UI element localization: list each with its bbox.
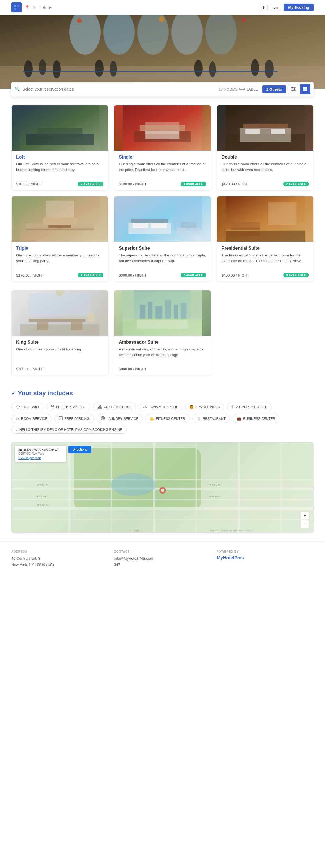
wifi-icon xyxy=(16,405,20,409)
svg-rect-60 xyxy=(132,223,148,228)
amenity-room-service-label: ROOM SERVICE xyxy=(21,417,47,421)
amenity-laundry-label: LAUNDRY SERVICE xyxy=(107,417,139,421)
amenity-breakfast-label: FREE BREAKFAST xyxy=(56,405,86,409)
svg-text:Google: Google xyxy=(130,529,140,532)
youtube-icon[interactable]: ▶ xyxy=(49,5,52,10)
amenities-list: FREE WIFI FREE BREAKFAST 24/7 CONCIERGE … xyxy=(11,403,314,434)
amenity-spa-label: SPA SERVICES xyxy=(196,405,220,409)
svg-rect-82 xyxy=(123,290,134,321)
amenity-fitness-label: FITNESS CENTER xyxy=(156,417,185,421)
svg-text:W 57th St: W 57th St xyxy=(37,504,49,506)
room-card-superior[interactable]: Superior Suite The superior suite offers… xyxy=(114,196,211,282)
room-body: Presidential Suite The Presidential Suit… xyxy=(217,242,314,271)
guests-button[interactable]: 2 Guests xyxy=(262,86,286,93)
search-bar: 🔍 17 ROOMS AVAILABLE 2 Guests xyxy=(11,82,314,97)
amenity-breakfast: FREE BREAKFAST xyxy=(46,403,90,411)
stay-includes-section: ✓ Your stay includes FREE WIFI FREE BREA… xyxy=(0,381,325,442)
svg-rect-111 xyxy=(280,442,282,532)
svg-rect-91 xyxy=(51,406,54,408)
amenity-concierge-label: 24/7 CONCIERGE xyxy=(104,405,132,409)
room-availability: 2 AVAILABLE xyxy=(181,273,206,277)
room-availability: 2 AVAILABLE xyxy=(283,182,309,186)
svg-rect-37 xyxy=(37,128,83,136)
svg-rect-79 xyxy=(88,313,94,321)
map-plus-code: Q28F+3Q New York xyxy=(19,452,63,455)
room-price: $400.00 / NIGHT xyxy=(221,273,249,277)
my-booking-button[interactable]: My Booking xyxy=(284,4,314,11)
svg-rect-63 xyxy=(191,228,201,235)
amenity-room-service: 🍽 ROOM SERVICE xyxy=(11,414,52,423)
room-name: King Suite xyxy=(16,340,104,345)
map-directions-button[interactable]: Directions xyxy=(68,446,91,453)
room-card-double[interactable]: Double Our double room offers all the co… xyxy=(217,105,314,190)
room-card-king[interactable]: King Suite One of our finest rooms, it's… xyxy=(11,290,108,375)
powered-label: POWERED BY xyxy=(217,550,314,553)
room-footer: $100.00 / NIGHT 4 AVAILABLE xyxy=(114,180,210,190)
powered-brand-link[interactable]: MyHotelPms xyxy=(217,555,314,561)
language-button[interactable]: en xyxy=(271,4,281,11)
empty-grid-cell xyxy=(217,290,314,375)
room-service-icon: 🍽 xyxy=(16,416,19,421)
amenity-shuttle: ✈ AIRPORT SHUTTLE xyxy=(227,403,272,411)
rooms-grid-row3: King Suite One of our finest rooms, it's… xyxy=(0,290,325,381)
room-body: Superior Suite The superior suite offers… xyxy=(114,242,210,271)
map-view-larger-link[interactable]: View larger map xyxy=(19,456,63,460)
room-image-presidential xyxy=(217,196,314,242)
svg-rect-77 xyxy=(29,293,91,316)
map-container[interactable]: W 57th St W 57th St 57 Street E 56th St … xyxy=(11,442,314,533)
stay-title-text: Your stay includes xyxy=(18,390,73,397)
room-card-presidential[interactable]: Presidential Suite The Presidential Suit… xyxy=(217,196,314,282)
amenity-restaurant: 🍴 RESTAURANT xyxy=(193,414,230,423)
svg-rect-3 xyxy=(17,8,19,10)
svg-text:5 Avenue: 5 Avenue xyxy=(210,495,220,498)
svg-rect-32 xyxy=(305,87,307,89)
room-name: Ambassador Suite xyxy=(119,340,206,345)
svg-rect-58 xyxy=(131,219,168,222)
room-availability: 4 AVAILABLE xyxy=(181,182,206,186)
filter-button[interactable] xyxy=(288,84,298,94)
room-availability: 3 AVAILABLE xyxy=(283,273,309,277)
room-footer: $70.00 / NIGHT 2 AVAILABLE xyxy=(11,180,108,190)
svg-rect-41 xyxy=(140,125,185,131)
hero-overlay xyxy=(0,15,325,89)
svg-rect-76 xyxy=(71,321,83,330)
amenity-concierge: 24/7 CONCIERGE xyxy=(93,403,136,411)
search-input[interactable] xyxy=(22,87,219,91)
map-zoom-out-button[interactable]: − xyxy=(301,520,309,528)
svg-rect-47 xyxy=(245,128,260,134)
room-card-loft[interactable]: Loft Our Loft Suite is the pefect room f… xyxy=(11,105,108,190)
twitter-icon[interactable]: 𝕏 xyxy=(33,5,36,10)
room-card-ambassador[interactable]: Ambassador Suite A magnificent view of t… xyxy=(114,290,211,375)
spa-icon: 💆 xyxy=(189,405,194,409)
demo-notice-text: ✓ HELLO THIS IS A DEMO OF HOTELPMS.COM B… xyxy=(16,428,122,432)
currency-button[interactable]: $ xyxy=(260,4,268,11)
amenity-parking-label: FREE PARKING xyxy=(64,417,89,421)
amenity-business: 💼 BUSINESS CENTER xyxy=(233,414,279,423)
room-body: Loft Our Loft Suite is the pefect room f… xyxy=(11,151,108,180)
amenity-wifi-label: FREE WIFI xyxy=(22,405,39,409)
map-coordinates: 40°45'54.8"N 73°58'32.0"W xyxy=(19,448,63,452)
svg-rect-34 xyxy=(305,89,307,91)
room-name: Single xyxy=(119,155,206,160)
svg-point-92 xyxy=(98,407,102,408)
instagram-icon[interactable]: ◉ xyxy=(42,5,46,10)
facebook-icon[interactable]: f xyxy=(38,5,40,10)
map-zoom-in-button[interactable]: + xyxy=(301,512,309,520)
room-description: One of our finest rooms, it's fit for a … xyxy=(16,346,104,361)
svg-rect-88 xyxy=(165,300,171,319)
room-body: Ambassador Suite A magnificent view of t… xyxy=(114,336,210,365)
room-card-single[interactable]: Single Our single room offers all the co… xyxy=(114,105,211,190)
room-price: $100.00 / NIGHT xyxy=(119,182,147,186)
svg-point-112 xyxy=(111,473,156,496)
room-description: The Presidential Suite is the perfect ro… xyxy=(221,252,309,267)
room-body: King Suite One of our finest rooms, it's… xyxy=(11,336,108,365)
amenity-restaurant-label: RESTAURANT xyxy=(203,417,226,421)
amenity-laundry: LAUNDRY SERVICE xyxy=(97,414,143,423)
grid-view-button[interactable] xyxy=(300,84,310,94)
svg-rect-73 xyxy=(20,324,99,336)
svg-point-30 xyxy=(292,90,294,91)
social-pin-icon[interactable]: 📍 xyxy=(25,5,30,10)
svg-rect-55 xyxy=(46,201,74,218)
room-card-triple[interactable]: Triple Our triple room offers all the am… xyxy=(11,196,108,282)
rooms-available-count: 17 ROOMS AVAILABLE xyxy=(219,87,262,91)
